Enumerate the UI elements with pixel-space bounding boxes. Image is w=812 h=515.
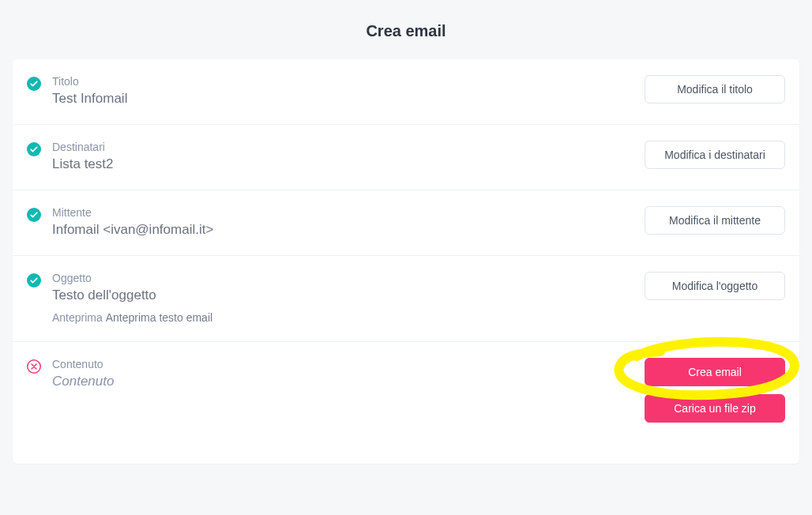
check-circle-icon xyxy=(27,77,41,91)
section-title-actions: Modifica il titolo xyxy=(645,75,785,103)
sender-label: Mittente xyxy=(52,206,213,219)
section-subject-left: Oggetto Testo dell'oggetto Anteprima Ant… xyxy=(27,272,645,324)
content-value: Contenuto xyxy=(52,374,114,389)
title-value: Test Infomail xyxy=(52,91,127,107)
edit-subject-button[interactable]: Modifica l'oggetto xyxy=(645,272,785,300)
create-email-button[interactable]: Crea email xyxy=(645,358,785,386)
section-title: Titolo Test Infomail Modifica il titolo xyxy=(13,59,799,125)
upload-zip-button[interactable]: Carica un file zip xyxy=(645,394,785,423)
check-circle-icon xyxy=(27,208,41,222)
section-sender-actions: Modifica il mittente xyxy=(645,206,785,235)
section-recipients-info: Destinatari Lista test2 xyxy=(52,141,114,172)
subject-preview-label: Anteprima xyxy=(52,311,103,324)
check-circle-icon xyxy=(27,142,41,156)
edit-title-button[interactable]: Modifica il titolo xyxy=(645,75,785,103)
edit-recipients-button[interactable]: Modifica i destinatari xyxy=(645,141,785,169)
title-label: Titolo xyxy=(52,75,127,88)
section-recipients-actions: Modifica i destinatari xyxy=(645,141,785,169)
sender-value: Infomail <ivan@infomail.it> xyxy=(52,222,213,238)
recipients-value: Lista test2 xyxy=(52,156,114,172)
section-content: Contenuto Contenuto Crea email Carica un… xyxy=(13,342,799,440)
email-wizard-card: Titolo Test Infomail Modifica il titolo … xyxy=(13,59,799,464)
subject-label: Oggetto xyxy=(52,272,212,284)
subject-value: Testo dell'oggetto xyxy=(52,288,212,303)
check-circle-icon xyxy=(27,273,41,288)
section-subject-actions: Modifica l'oggetto xyxy=(645,272,785,300)
section-sender: Mittente Infomail <ivan@infomail.it> Mod… xyxy=(13,190,799,256)
section-title-left: Titolo Test Infomail xyxy=(27,75,645,107)
section-recipients: Destinatari Lista test2 Modifica i desti… xyxy=(13,125,799,190)
section-subject: Oggetto Testo dell'oggetto Anteprima Ant… xyxy=(13,256,799,342)
section-title-info: Titolo Test Infomail xyxy=(52,75,127,107)
section-recipients-left: Destinatari Lista test2 xyxy=(27,141,645,172)
edit-sender-button[interactable]: Modifica il mittente xyxy=(645,206,785,235)
x-circle-icon xyxy=(27,359,41,374)
page-title: Crea email xyxy=(0,0,812,59)
content-label: Contenuto xyxy=(52,358,114,370)
section-content-left: Contenuto Contenuto xyxy=(27,358,645,389)
section-subject-info: Oggetto Testo dell'oggetto Anteprima Ant… xyxy=(52,272,212,324)
section-sender-left: Mittente Infomail <ivan@infomail.it> xyxy=(27,206,645,238)
highlighted-create-wrap: Crea email xyxy=(645,358,785,386)
section-content-actions: Crea email Carica un file zip xyxy=(645,358,785,423)
recipients-label: Destinatari xyxy=(52,141,114,153)
section-content-info: Contenuto Contenuto xyxy=(52,358,114,389)
subject-preview: Anteprima Anteprima testo email xyxy=(52,311,212,324)
subject-preview-value: Anteprima testo email xyxy=(106,311,212,324)
section-sender-info: Mittente Infomail <ivan@infomail.it> xyxy=(52,206,213,238)
